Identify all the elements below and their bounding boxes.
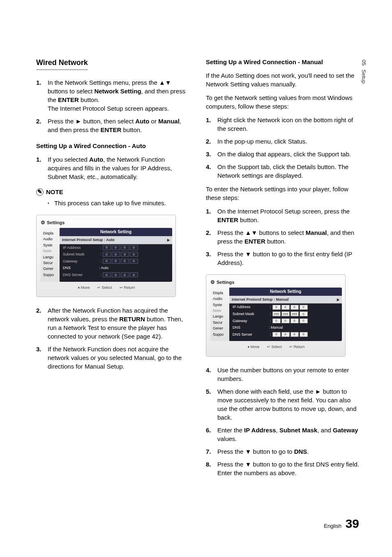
step-text: If the Network Function does not acquire… (48, 345, 189, 371)
step-number: 2. (36, 117, 48, 134)
step-number: 2. (36, 306, 48, 341)
settings-panel: Network Setting Internet Protocol Setup … (229, 288, 342, 341)
ip-setup-row[interactable]: Internet Protocol Setup : Manual ▶ (229, 296, 342, 304)
right-column: Setting Up a Wired Connection - Manual I… (206, 58, 359, 481)
wired-network-heading: Wired Network (36, 58, 88, 70)
gear-icon: ⚙ (41, 219, 45, 226)
settings-window-auto: ⚙ Settings Displa Audio Syste Netw Langu… (36, 215, 176, 297)
step-text: In the Network Settings menu, press the … (48, 78, 189, 113)
settings-sidebar: Displa Audio Syste Netw Langu Secur Gene… (210, 288, 229, 341)
list-item: 8.Press the ▼ button to go to the first … (206, 460, 359, 477)
list-item: 7.Press the ▼ button to go to DNS. (206, 447, 359, 456)
step-text: If you selected Auto, the Network Functi… (48, 155, 189, 181)
bullet-icon: ▪ (48, 200, 54, 207)
settings-sidebar: Displa Audio Syste Netw Langu Secur Gene… (41, 228, 60, 282)
section-label: Setup (361, 70, 367, 84)
list-item: 4.On the Support tab, click the Details … (206, 162, 359, 180)
settings-window-manual: ⚙ Settings Displa Audio Syste Netw Langu… (206, 274, 346, 357)
gear-icon: ⚙ (210, 279, 215, 286)
step-number: 1. (36, 155, 48, 181)
list-item: 1. If you selected Auto, the Network Fun… (36, 155, 189, 181)
note-heading: ✎ NOTE (36, 188, 189, 196)
settings-panel: Network Setting Internet Protocol Setup … (60, 228, 172, 282)
subnet-row: Subnet Mask: 0000 (60, 251, 172, 258)
ip-setup-row[interactable]: Internet Protocol Setup : Auto ▶ (60, 236, 172, 244)
select-hint: ↵ Select (97, 285, 112, 290)
auto-subheading: Setting Up a Wired Connection - Auto (36, 142, 189, 150)
list-item: 2.Press the ▲▼ buttons to select Manual,… (206, 228, 359, 246)
step-text: After the Network Function has acquired … (48, 306, 189, 341)
list-item: 5.When done with each field, use the ► b… (206, 387, 359, 422)
note-icon: ✎ (36, 188, 44, 196)
language-label: English (324, 523, 341, 529)
list-item: 1.Right click the Network icon on the bo… (206, 116, 359, 133)
list-item: 1. In the Network Settings menu, press t… (36, 78, 189, 113)
page-number: 39 (346, 517, 359, 530)
note-text: This process can take up to five minutes… (54, 199, 166, 207)
gateway-row: Gateway: 0000 (229, 318, 342, 325)
chevron-right-icon: ▶ (337, 297, 339, 302)
list-item: 2. After the Network Function has acquir… (36, 306, 189, 341)
list-item: 2.In the pop-up menu, click Status. (206, 137, 359, 146)
step-number: 3. (36, 345, 48, 371)
left-column: Wired Network 1. In the Network Settings… (36, 58, 189, 481)
list-item: 1.On the Internet Protocol Setup screen,… (206, 207, 359, 224)
move-hint: ♦ Move (78, 285, 90, 290)
paragraph: To enter the Network settings into your … (206, 185, 359, 202)
chevron-right-icon: ▶ (167, 238, 170, 242)
list-item: 4.Use the number buttons on your remote … (206, 366, 359, 383)
ip-address-row: IP Address: 0000 (60, 244, 172, 251)
list-item: 3.On the dialog that appears, click the … (206, 150, 359, 158)
paragraph: If the Auto Setting does not work, you'l… (206, 71, 359, 88)
dns-server-row: DNS Server: 0000 (60, 272, 172, 278)
step-text: Press the ► button, then select Auto or … (48, 117, 189, 134)
move-hint: ♦ Move (247, 345, 259, 349)
manual-subheading: Setting Up a Wired Connection - Manual (206, 58, 359, 66)
dns-server-row: DNS Server: 0000 (229, 331, 342, 338)
return-hint: ↩ Return (289, 345, 305, 349)
return-hint: ↩ Return (120, 285, 135, 290)
list-item: 3.Press the ▼ button to go to the first … (206, 250, 359, 267)
panel-footer: ♦ Move ↵ Select ↩ Return (210, 341, 342, 350)
settings-title: ⚙ Settings (210, 279, 342, 286)
section-tab: 05 Setup (360, 60, 367, 84)
panel-footer: ♦ Move ↵ Select ↩ Return (41, 282, 172, 290)
settings-title: ⚙ Settings (41, 219, 172, 226)
panel-title: Network Setting (60, 228, 172, 236)
list-item: 6.Enter the IP Address, Subnet Mask, and… (206, 426, 359, 443)
note-label: NOTE (46, 188, 63, 196)
subnet-row: Subnet Mask: 2552552550 (229, 311, 342, 318)
list-item: 2. Press the ► button, then select Auto … (36, 117, 189, 134)
dns-row: DNS : Auto (60, 265, 172, 272)
page-footer: English 39 (324, 515, 359, 532)
step-number: 1. (36, 78, 48, 113)
select-hint: ↵ Select (267, 345, 282, 349)
list-item: 3. If the Network Function does not acqu… (36, 345, 189, 371)
dns-row: DNS : Manual (229, 324, 342, 331)
panel-title: Network Setting (229, 288, 342, 296)
note-body: ▪ This process can take up to five minut… (48, 199, 189, 207)
gateway-row: Gateway: 0000 (60, 258, 172, 265)
ip-address-row: IP Address: 0000 (229, 304, 342, 311)
paragraph: To get the Network setting values from m… (206, 93, 359, 111)
section-number: 05 (361, 60, 367, 65)
